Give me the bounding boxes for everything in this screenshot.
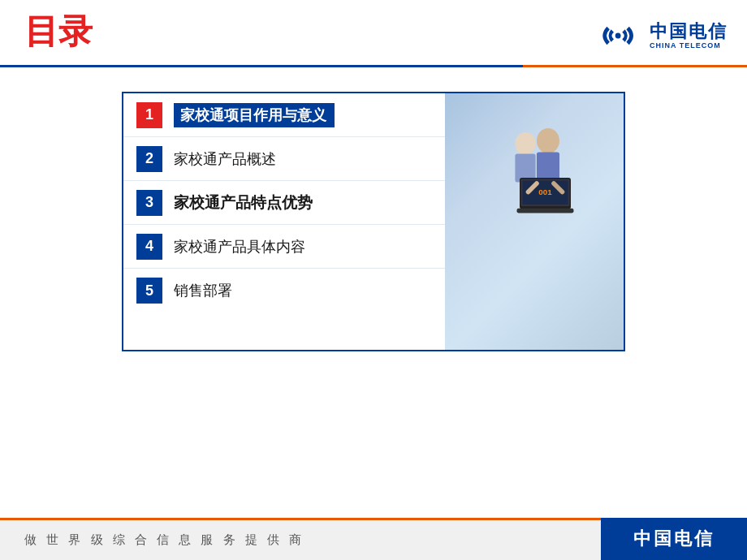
svg-point-0 — [615, 33, 621, 39]
footer-left: 做 世 界 级 综 合 信 息 服 务 提 供 商 — [0, 518, 601, 560]
footer-right-text: 中国电信 — [633, 527, 715, 551]
footer-left-text: 做 世 界 级 综 合 信 息 服 务 提 供 商 — [24, 532, 304, 548]
svg-point-1 — [515, 132, 535, 155]
china-telecom-logo-icon — [594, 18, 643, 54]
toc-item[interactable]: 1家校通项目作用与意义 — [123, 93, 445, 137]
page-title-text: 目录 — [24, 12, 93, 50]
logo-area: 中国电信 CHINA TELECOM — [594, 18, 728, 54]
header: 目录 中国电信 CHINA TELECOM — [0, 0, 747, 65]
toc-label: 家校通项目作用与意义 — [180, 107, 326, 123]
toc-container: 1家校通项目作用与意义2家校通产品概述3家校通产品特点优势4家校通产品具体内容5… — [122, 92, 625, 351]
svg-point-3 — [537, 128, 559, 153]
toc-item[interactable]: 4家校通产品具体内容 — [123, 225, 445, 269]
people-laptop-illustration: 001 — [469, 110, 615, 223]
logo-text-block: 中国电信 CHINA TELECOM — [650, 22, 728, 50]
svg-text:001: 001 — [538, 187, 552, 196]
main-content: 1家校通项目作用与意义2家校通产品概述3家校通产品特点优势4家校通产品具体内容5… — [0, 67, 747, 506]
toc-number: 2 — [136, 146, 162, 172]
toc-items: 1家校通项目作用与意义2家校通产品概述3家校通产品特点优势4家校通产品具体内容5… — [123, 93, 445, 350]
svg-rect-9 — [517, 209, 574, 213]
toc-label: 销售部署 — [174, 281, 232, 300]
toc-number: 3 — [136, 190, 162, 216]
page-title: 目录 — [24, 15, 93, 49]
toc-item[interactable]: 2家校通产品概述 — [123, 137, 445, 181]
toc-image: 001 — [445, 93, 624, 350]
logo-chinese-text: 中国电信 — [650, 22, 728, 41]
toc-label: 家校通产品特点优势 — [174, 192, 313, 213]
toc-label: 家校通产品具体内容 — [174, 237, 305, 256]
toc-item[interactable]: 5销售部署 — [123, 269, 445, 312]
toc-number: 4 — [136, 234, 162, 260]
toc-number: 1 — [136, 102, 162, 128]
footer: 做 世 界 级 综 合 信 息 服 务 提 供 商 中国电信 — [0, 518, 747, 560]
toc-number: 5 — [136, 278, 162, 304]
toc-label: 家校通产品概述 — [174, 149, 276, 169]
toc-item[interactable]: 3家校通产品特点优势 — [123, 181, 445, 225]
logo-english-text: CHINA TELECOM — [650, 41, 721, 50]
footer-right: 中国电信 — [601, 518, 747, 560]
